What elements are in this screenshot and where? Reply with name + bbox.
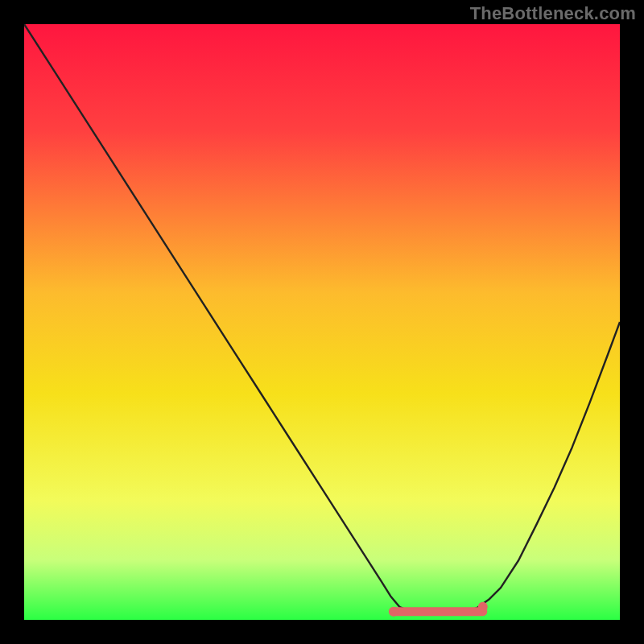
optimal-band-start: [389, 607, 398, 617]
bottleneck-chart: [0, 0, 644, 644]
optimal-band-end: [478, 602, 488, 612]
chart-stage: TheBottleneck.com: [0, 0, 644, 644]
watermark-text: TheBottleneck.com: [470, 3, 636, 24]
chart-gradient-bg: [24, 24, 620, 620]
